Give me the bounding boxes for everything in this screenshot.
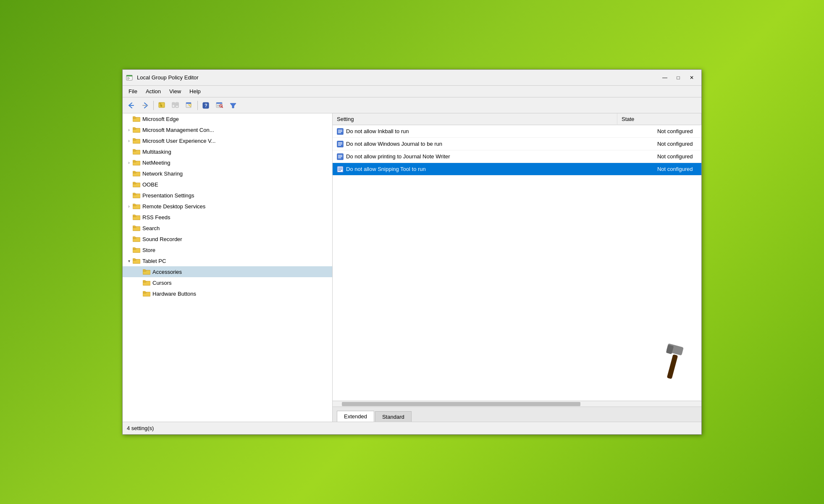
state-cell: Not configured [617, 163, 701, 176]
menu-help[interactable]: Help [185, 87, 205, 96]
folder-icon [133, 247, 140, 253]
tree-item-store[interactable]: › Store [123, 244, 332, 255]
table-row[interactable]: Do not allow Inkball to runNot configure… [333, 125, 701, 138]
tree-label: Hardware Buttons [152, 291, 196, 297]
tree-label: Accessories [152, 269, 182, 275]
policy-icon [337, 153, 344, 160]
svg-rect-80 [338, 132, 341, 133]
up-button[interactable] [156, 100, 168, 111]
tree-pane[interactable]: › Microsoft Edge› Microsoft Management C… [123, 113, 333, 422]
new-window-button[interactable] [183, 100, 195, 111]
tree-label: Sound Recorder [142, 236, 182, 242]
menu-view[interactable]: View [165, 87, 185, 96]
folder-icon [133, 225, 140, 231]
folder-icon [133, 257, 140, 264]
svg-rect-40 [133, 160, 135, 162]
show-hide-button[interactable] [169, 100, 182, 111]
tree-item-remote-desktop[interactable]: › Remote Desktop Services [123, 201, 332, 212]
tree-item-hardware-buttons[interactable]: › Hardware Buttons [123, 288, 332, 299]
toolbar-separator-2 [197, 101, 198, 110]
status-count: 4 setting(s) [127, 425, 697, 431]
svg-rect-22 [216, 102, 222, 104]
view-button[interactable] [213, 100, 226, 111]
horizontal-scrollbar[interactable] [333, 401, 701, 407]
svg-rect-13 [173, 104, 174, 105]
toolbar-separator-1 [153, 101, 154, 110]
svg-rect-70 [143, 270, 145, 271]
minimize-button[interactable]: — [659, 72, 671, 83]
expand-icon: › [126, 138, 132, 144]
svg-rect-82 [338, 142, 342, 143]
setting-label: Do not allow Inkball to run [346, 128, 409, 134]
svg-rect-5 [129, 105, 134, 106]
window-title: Local Group Policy Editor [137, 74, 659, 81]
svg-rect-84 [338, 145, 341, 146]
close-button[interactable]: ✕ [685, 72, 698, 83]
svg-rect-76 [143, 291, 145, 293]
svg-rect-90 [338, 168, 342, 168]
expand-icon: › [126, 127, 132, 133]
right-pane: Setting State Do not allow Inkball to ru… [333, 113, 701, 422]
expand-icon: › [126, 160, 132, 165]
tree-label: OOBE [142, 181, 158, 188]
tree-item-rss-feeds[interactable]: › RSS Feeds [123, 212, 332, 223]
setting-cell: Do not allow printing to Journal Note Wr… [333, 150, 617, 163]
tab-extended[interactable]: Extended [337, 411, 374, 422]
expand-icon: › [126, 203, 132, 209]
tree-item-microsoft-edge[interactable]: › Microsoft Edge [123, 113, 332, 124]
hammer-icon [655, 342, 689, 380]
tree-item-sound-recorder[interactable]: › Sound Recorder [123, 234, 332, 244]
svg-rect-67 [133, 259, 135, 260]
svg-rect-15 [176, 104, 178, 105]
tree-item-accessories[interactable]: › Accessories [123, 266, 332, 277]
tree-label: Multitasking [142, 149, 171, 155]
table-row[interactable]: Do not allow Windows Journal to be runNo… [333, 138, 701, 150]
setting-label: Do not allow Snipping Tool to run [346, 166, 426, 172]
svg-rect-86 [338, 155, 342, 156]
svg-rect-4 [127, 79, 129, 79]
svg-rect-37 [133, 150, 135, 151]
tree-item-tablet-pc[interactable]: ▾ Tablet PC [123, 255, 332, 266]
menu-file[interactable]: File [124, 87, 142, 96]
table-row[interactable]: Do not allow printing to Journal Note Wr… [333, 150, 701, 163]
hammer-icon-area [655, 342, 689, 381]
state-cell: Not configured [617, 125, 701, 138]
main-content: › Microsoft Edge› Microsoft Management C… [123, 113, 701, 422]
filter-button[interactable] [227, 100, 239, 111]
folder-icon [133, 214, 140, 220]
tree-item-microsoft-ux[interactable]: › Microsoft User Experience V... [123, 135, 332, 146]
tab-standard[interactable]: Standard [375, 411, 412, 422]
tree-item-search[interactable]: › Search [123, 223, 332, 234]
svg-rect-3 [127, 78, 130, 79]
tree-item-netmeeting[interactable]: › NetMeeting [123, 157, 332, 168]
svg-rect-31 [133, 128, 135, 129]
tree-item-microsoft-mgmt[interactable]: › Microsoft Management Con... [123, 124, 332, 135]
back-button[interactable] [125, 100, 138, 111]
forward-button[interactable] [139, 100, 151, 111]
expand-icon: ▾ [126, 258, 132, 264]
setting-cell: Do not allow Inkball to run [333, 125, 617, 138]
tree-item-oobe[interactable]: › OOBE [123, 179, 332, 190]
svg-rect-28 [133, 117, 135, 118]
tree-item-network-sharing[interactable]: › Network Sharing [123, 168, 332, 179]
setting-cell: Do not allow Snipping Tool to run [333, 163, 617, 176]
maximize-button[interactable]: □ [672, 72, 685, 83]
tree-item-multitasking[interactable]: › Multitasking [123, 146, 332, 157]
state-cell: Not configured [617, 150, 701, 163]
svg-text:?: ? [205, 103, 207, 108]
svg-rect-18 [186, 102, 191, 104]
svg-rect-9 [159, 103, 161, 104]
help-button[interactable]: ? [200, 100, 213, 111]
tree-item-cursors[interactable]: › Cursors [123, 277, 332, 288]
policy-icon [337, 141, 344, 147]
tree-item-presentation-settings[interactable]: › Presentation Settings [123, 190, 332, 201]
svg-rect-91 [338, 169, 342, 170]
app-icon [126, 74, 134, 81]
tab-bar: Extended Standard [333, 407, 701, 422]
menu-bar: File Action View Help [123, 86, 701, 97]
window-controls: — □ ✕ [659, 72, 698, 83]
setting-cell: Do not allow Windows Journal to be run [333, 138, 617, 150]
table-row[interactable]: Do not allow Snipping Tool to runNot con… [333, 163, 701, 176]
state-column-header: State [617, 113, 701, 125]
menu-action[interactable]: Action [142, 87, 165, 96]
